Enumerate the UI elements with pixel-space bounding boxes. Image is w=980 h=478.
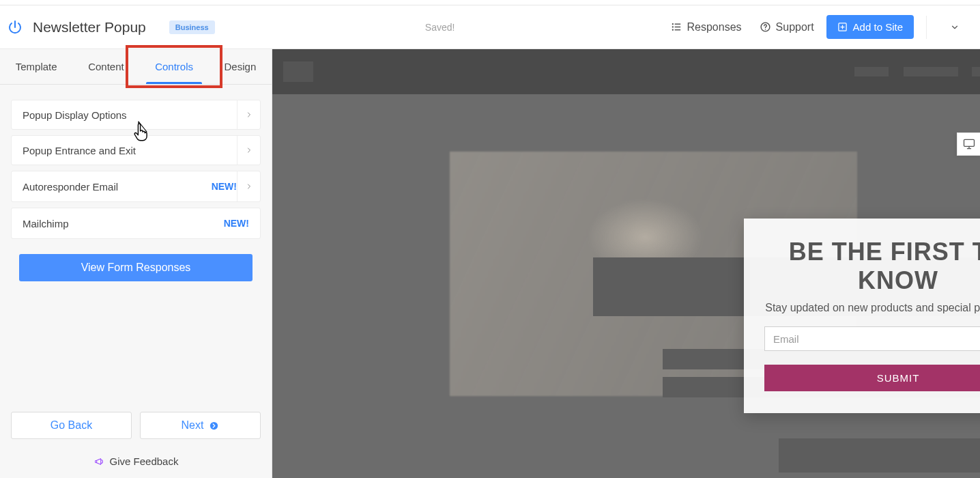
tab-template[interactable]: Template — [0, 49, 72, 84]
desktop-preview-toggle[interactable] — [957, 132, 980, 156]
preview-canvas: ✖ BE THE FIRST TO KNOW Stay updated on n… — [272, 49, 980, 478]
svg-point-2 — [672, 29, 673, 31]
panel-item-mailchimp[interactable]: Mailchimp NEW! — [11, 208, 261, 239]
tab-controls-label: Controls — [155, 61, 193, 72]
window-top-strip — [0, 0, 980, 5]
popup-title: BE THE FIRST TO KNOW — [764, 238, 980, 295]
tab-design-label: Design — [225, 61, 257, 72]
email-field[interactable] — [764, 326, 980, 351]
responses-link[interactable]: Responses — [665, 17, 747, 38]
svg-rect-3 — [674, 24, 680, 25]
placeholder-block — [283, 61, 313, 82]
give-feedback-label: Give Feedback — [110, 455, 179, 467]
svg-point-1 — [672, 26, 673, 27]
list-icon — [671, 21, 682, 33]
panel-item-label: Popup Entrance and Exit — [23, 145, 136, 156]
placeholder-block — [972, 67, 980, 76]
panel-item-autoresponder[interactable]: Autoresponder Email NEW! — [11, 171, 261, 202]
view-responses-label: View Form Responses — [81, 262, 191, 273]
popup-subtitle: Stay updated on new products and special… — [764, 302, 980, 314]
tab-design[interactable]: Design — [209, 49, 272, 84]
panel-item-label: Autoresponder Email — [23, 181, 118, 193]
panel-item-label: Mailchimp — [23, 218, 69, 229]
plus-box-icon — [837, 22, 848, 32]
sidebar: Template Content Controls Design Popup D… — [0, 49, 272, 478]
next-button[interactable]: Next — [140, 412, 261, 439]
placeholder-block — [779, 438, 980, 473]
submit-button[interactable]: SUBMIT — [764, 365, 980, 391]
svg-point-0 — [672, 23, 673, 25]
chevron-right-icon — [237, 136, 260, 165]
monitor-icon — [962, 137, 976, 151]
page-title: Newsletter Popup — [33, 19, 146, 36]
megaphone-icon — [93, 456, 104, 467]
editor-tabs: Template Content Controls Design — [0, 49, 272, 85]
svg-point-7 — [764, 29, 766, 30]
svg-point-9 — [210, 421, 218, 429]
responses-link-label: Responses — [687, 21, 742, 33]
tab-controls[interactable]: Controls — [139, 49, 208, 84]
arrow-circle-right-icon — [209, 421, 219, 431]
app-logo-icon — [7, 19, 23, 36]
next-label: Next — [182, 419, 204, 432]
header-right-group: Responses Support Add to Site — [665, 15, 970, 39]
svg-rect-5 — [674, 29, 680, 30]
newsletter-popup-preview: ✖ BE THE FIRST TO KNOW Stay updated on n… — [744, 219, 980, 413]
controls-panel-list: Popup Display Options Popup Entrance and… — [0, 85, 272, 239]
panel-item-display-options[interactable]: Popup Display Options — [11, 100, 261, 130]
tab-template-label: Template — [16, 61, 57, 72]
plan-badge: Business — [169, 20, 215, 34]
tab-content[interactable]: Content — [72, 49, 139, 84]
go-back-label: Go Back — [51, 419, 92, 432]
placeholder-block — [904, 67, 958, 76]
support-link-label: Support — [776, 21, 814, 33]
panel-item-entrance-exit[interactable]: Popup Entrance and Exit — [11, 135, 261, 165]
add-to-site-label: Add to Site — [853, 21, 903, 33]
chevron-down-icon — [950, 23, 960, 32]
svg-rect-4 — [674, 27, 680, 27]
svg-rect-10 — [964, 139, 974, 146]
help-icon — [760, 21, 771, 33]
save-status: Saved! — [215, 22, 665, 33]
view-responses-button[interactable]: View Form Responses — [19, 254, 253, 281]
panel-item-label: Popup Display Options — [23, 109, 127, 121]
tab-content-label: Content — [88, 61, 124, 72]
chevron-right-icon — [237, 100, 260, 129]
preview-site-header — [272, 49, 980, 94]
support-link[interactable]: Support — [754, 17, 820, 38]
header-divider — [926, 16, 927, 39]
chevron-right-icon — [237, 171, 260, 201]
app-header: Newsletter Popup Business Saved! Respons… — [0, 5, 980, 49]
new-badge: NEW! — [224, 218, 249, 229]
submit-button-label: SUBMIT — [877, 372, 920, 384]
go-back-button[interactable]: Go Back — [11, 412, 132, 439]
give-feedback-link[interactable]: Give Feedback — [11, 451, 261, 471]
account-dropdown[interactable] — [939, 16, 970, 39]
placeholder-block — [854, 67, 889, 76]
add-to-site-button[interactable]: Add to Site — [826, 15, 914, 39]
sidebar-footer: Go Back Next Give Feedback — [0, 412, 272, 478]
new-badge: NEW! — [212, 181, 237, 192]
